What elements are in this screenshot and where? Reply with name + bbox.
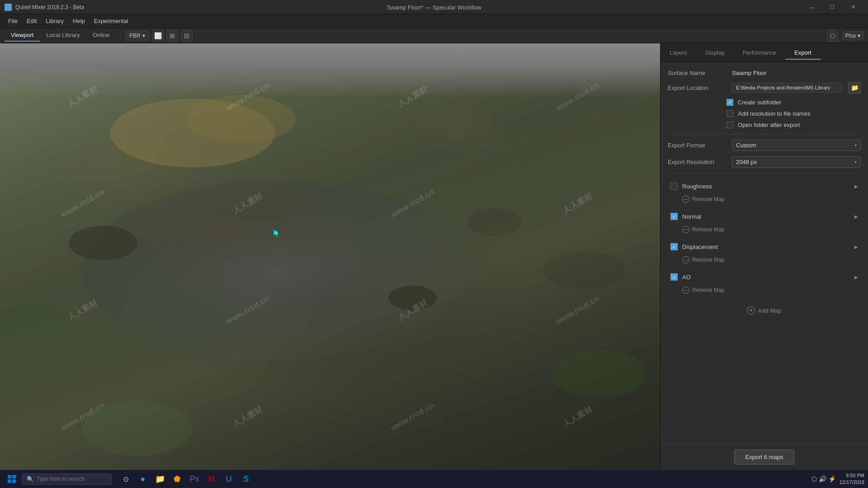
export-location-value[interactable]: E:\Media Projects and Renders\MS Library (732, 83, 843, 93)
add-map-label: Add Map (758, 307, 781, 314)
search-icon: 🔍 (27, 476, 34, 483)
taskbar-app4[interactable]: ⬟ (169, 471, 185, 487)
export-format-dropdown[interactable]: Custom ▾ (732, 140, 861, 151)
viewport-cursor (274, 230, 279, 235)
clock-date: 12/17/2019 (840, 479, 864, 486)
tab-display[interactable]: Display (696, 46, 734, 60)
minimize-button[interactable]: — (801, 0, 822, 14)
map-roughness-checkbox[interactable] (670, 183, 678, 190)
map-roughness-remove[interactable]: − Remove Map (668, 193, 861, 207)
view-mode-grid3[interactable]: ⊟ (181, 30, 193, 42)
tab-export[interactable]: Export (785, 46, 821, 60)
create-subfolder-checkbox[interactable] (726, 99, 733, 106)
taskbar-apps: ⊙ ● 📁 ⬟ Ps M U S (118, 471, 254, 487)
map-ao-checkbox[interactable] (670, 273, 678, 281)
map-normal: Normal ▶ − Remove Map (668, 209, 861, 238)
menu-experimental[interactable]: Experimental (90, 16, 133, 26)
map-normal-header[interactable]: Normal ▶ (668, 209, 861, 224)
map-normal-expand-icon: ▶ (854, 214, 858, 219)
viewport[interactable]: 人人素材 www.rrcd.cn 人人素材 www.rrcd.cn www.rr… (0, 43, 660, 470)
svg-point-3 (69, 226, 137, 260)
tab-online[interactable]: Online (86, 29, 116, 42)
terrain-svg (0, 43, 660, 470)
network-icon[interactable]: ⬡ (811, 475, 817, 483)
map-roughness-expand-icon: ▶ (854, 184, 858, 189)
main-layout: 人人素材 www.rrcd.cn 人人素材 www.rrcd.cn www.rr… (0, 43, 868, 470)
map-displacement-remove[interactable]: − Remove Map (668, 254, 861, 268)
remove-ao-icon: − (682, 286, 689, 294)
taskbar-chrome[interactable]: ● (135, 471, 151, 487)
pbr-label: PBR (129, 33, 141, 39)
environment-select[interactable]: Pisa ▾ (842, 31, 863, 40)
open-folder-row: Open folder after export (668, 122, 861, 128)
start-button[interactable] (4, 471, 20, 487)
panel-tabs: Layers Display Performance Export (660, 43, 868, 62)
browse-button[interactable]: 📁 (848, 82, 861, 94)
remove-normal-label: Remove Map (692, 226, 724, 233)
menu-file[interactable]: File (4, 16, 22, 26)
tab-layers[interactable]: Layers (660, 46, 696, 60)
add-resolution-row: Add resolution to file names (668, 110, 861, 117)
menu-help[interactable]: Help (68, 16, 90, 26)
open-folder-checkbox[interactable] (726, 122, 733, 128)
tab-viewport[interactable]: Viewport (5, 29, 40, 42)
view-tabs: Viewport Local Library Online (5, 29, 116, 42)
svg-point-4 (467, 209, 523, 236)
clock-time: 9:50 PM (840, 472, 864, 479)
menu-edit[interactable]: Edit (22, 16, 41, 26)
view-mode-single[interactable]: ⬜ (152, 30, 164, 42)
pbr-dropdown[interactable]: PBR ▾ (125, 31, 149, 41)
taskbar-cortana[interactable]: ⊙ (118, 471, 134, 487)
tab-performance[interactable]: Performance (734, 46, 785, 60)
svg-point-2 (83, 181, 468, 360)
taskbar-app5[interactable]: Ps (186, 471, 203, 487)
export-resolution-dropdown[interactable]: 2048 px ▾ (732, 156, 861, 168)
environment-arrow-icon: ▾ (858, 33, 860, 39)
view-mode-grid2[interactable]: ⊞ (166, 30, 178, 42)
remove-roughness-label: Remove Map (692, 196, 724, 202)
taskbar-app7[interactable]: U (221, 471, 237, 487)
export-resolution-arrow-icon: ▾ (854, 160, 857, 164)
map-normal-remove[interactable]: − Remove Map (668, 224, 861, 238)
map-displacement-checkbox[interactable] (670, 243, 678, 250)
tab-local-library[interactable]: Local Library (40, 29, 86, 42)
3d-view-icon[interactable]: ⬡ (827, 30, 839, 42)
map-roughness-name: Roughness (682, 183, 850, 190)
taskbar-explorer[interactable]: 📁 (152, 471, 168, 487)
menu-library[interactable]: Library (41, 16, 68, 26)
map-ao-name: AO (682, 274, 850, 281)
map-displacement-header[interactable]: Displacement ▶ (668, 239, 861, 254)
remove-displacement-icon: − (682, 256, 689, 263)
map-normal-checkbox[interactable] (670, 213, 678, 220)
map-ao-expand-icon: ▶ (854, 275, 858, 280)
app-icon (5, 4, 12, 11)
map-ao-remove[interactable]: − Remove Map (668, 284, 861, 298)
svg-rect-14 (8, 479, 11, 483)
window-controls: — ☐ ✕ (801, 0, 863, 14)
maximize-button[interactable]: ☐ (822, 0, 843, 14)
viewport-background: 人人素材 www.rrcd.cn 人人素材 www.rrcd.cn www.rr… (0, 43, 660, 470)
create-subfolder-label: Create subfolder (738, 99, 781, 106)
map-ao-header[interactable]: AO ▶ (668, 270, 861, 284)
map-roughness: Roughness ▶ − Remove Map (668, 179, 861, 207)
search-input[interactable]: Type here to search (37, 476, 85, 482)
remove-ao-label: Remove Map (692, 287, 724, 293)
open-folder-label: Open folder after export (738, 122, 800, 128)
taskbar-app6[interactable]: M (203, 471, 220, 487)
add-map-row[interactable]: + Add Map (668, 300, 861, 321)
toolbar-separator (120, 31, 121, 40)
close-button[interactable]: ✕ (843, 0, 863, 14)
taskbar-search[interactable]: 🔍 Type here to search (22, 474, 112, 485)
menubar: File Edit Library Help Experimental (0, 14, 868, 28)
battery-icon[interactable]: ⚡ (828, 475, 836, 483)
environment-label: Pisa (845, 33, 856, 39)
export-button[interactable]: Export 6 maps (734, 450, 795, 465)
add-resolution-checkbox[interactable] (726, 110, 733, 117)
windows-icon (8, 475, 16, 483)
map-roughness-header[interactable]: Roughness ▶ (668, 179, 861, 193)
taskbar-app8[interactable]: S (238, 471, 254, 487)
volume-icon[interactable]: 🔊 (819, 475, 826, 483)
taskbar-clock[interactable]: 9:50 PM 12/17/2019 (840, 472, 864, 486)
svg-point-6 (543, 251, 626, 290)
export-format-value: Custom (736, 142, 756, 149)
